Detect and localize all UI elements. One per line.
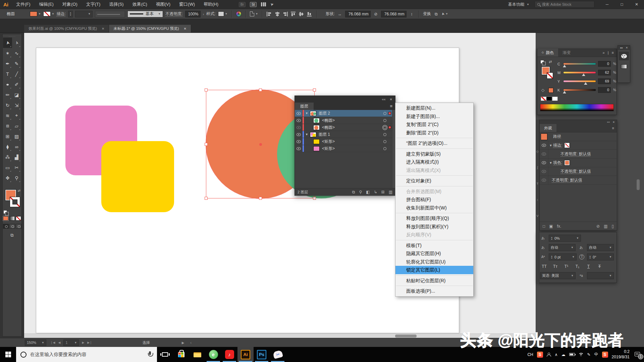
fill-swatch[interactable] xyxy=(564,160,570,166)
eye-icon[interactable] xyxy=(542,161,546,164)
opacity-value[interactable]: 100% xyxy=(185,11,201,17)
context-menu-item-22[interactable]: 隐藏其它图层(H) xyxy=(395,249,473,258)
context-menu-item-26[interactable]: 粘贴时记住图层(R) xyxy=(395,277,473,285)
context-menu-item-17[interactable]: 释放到图层(顺序)(Q) xyxy=(395,214,473,223)
expand-chevron-icon[interactable]: ▼ xyxy=(548,144,553,147)
tool-puppet-warp[interactable]: ⌖ xyxy=(12,110,21,121)
appearance-row-3[interactable]: ▼填色: xyxy=(540,159,617,167)
eye-icon[interactable] xyxy=(542,179,546,182)
scrollbar-thumb[interactable] xyxy=(395,335,417,338)
new-sublayer-icon[interactable]: ↳ xyxy=(374,190,377,194)
visibility-toggle[interactable] xyxy=(295,145,303,152)
close-icon[interactable]: ✕ xyxy=(612,121,615,124)
pen-icon[interactable]: ✎ xyxy=(587,352,591,357)
arrange-documents-icon[interactable] xyxy=(261,2,266,6)
appearance-row-1[interactable]: ▼描边: xyxy=(540,141,617,150)
context-menu-item-2[interactable]: 复制“图层 2”(C) xyxy=(395,120,473,129)
align-top-icon[interactable] xyxy=(290,11,296,17)
taskbar-app-task-view[interactable] xyxy=(157,347,173,362)
brush-definition-select[interactable]: 基本▼ xyxy=(127,11,163,17)
gradient-mode-button[interactable] xyxy=(9,216,15,221)
layer-name[interactable]: <矩形> xyxy=(322,139,335,144)
sogou-icon[interactable]: S xyxy=(602,352,608,358)
transform-label[interactable]: 变换 xyxy=(423,11,431,17)
delete-selection-icon[interactable]: ▥ xyxy=(389,190,392,194)
tool-curvature[interactable]: ✎ xyxy=(12,58,21,69)
taskbar-app-netease-music[interactable]: ♪ xyxy=(221,347,237,362)
menu-item-3[interactable]: 文字(T) xyxy=(82,0,105,9)
tool-hand[interactable]: ✥ xyxy=(3,173,12,183)
recolor-artwork-icon[interactable] xyxy=(236,11,241,17)
selection-proxy[interactable] xyxy=(388,112,391,115)
slider-thumb[interactable] xyxy=(563,91,566,94)
slider-track[interactable] xyxy=(564,63,596,65)
workspace-switcher[interactable]: 基本功能 ▼ xyxy=(508,2,529,7)
people-icon[interactable] xyxy=(547,353,551,357)
screen-mode-button[interactable]: ⧉ xyxy=(3,233,21,238)
char-rotation-select[interactable]: ▲▼0°▼ xyxy=(587,253,614,260)
tracking-select[interactable]: ▲▼0%▼ xyxy=(549,235,581,242)
close-button[interactable]: ✕ xyxy=(629,0,644,9)
slider-track[interactable] xyxy=(564,72,596,73)
menu-item-0[interactable]: 文件(F) xyxy=(12,0,35,9)
gradient-panel-dock-icon[interactable] xyxy=(619,62,629,71)
appearance-row-2[interactable]: 不透明度: 默认值 xyxy=(540,150,617,159)
all-caps-button[interactable]: TT xyxy=(540,264,548,269)
stroke-proxy-swatch[interactable] xyxy=(10,197,20,207)
make-mask-icon[interactable]: ◧ xyxy=(366,190,370,194)
ime-indicator[interactable]: 中 xyxy=(594,352,598,357)
appearance-label[interactable]: 描边: xyxy=(553,142,562,148)
menu-item-1[interactable]: 编辑(E) xyxy=(35,0,58,9)
close-icon[interactable]: ✕ xyxy=(390,98,392,101)
tool-magic-wand[interactable]: ✶ xyxy=(3,48,12,58)
menu-item-6[interactable]: 视图(V) xyxy=(152,0,175,9)
draw-normal-button[interactable] xyxy=(3,224,9,229)
status-mode-label[interactable]: 选择 xyxy=(143,340,150,345)
color-panel-dock-icon[interactable] xyxy=(619,52,629,60)
appearance-row-5[interactable]: 不透明度: 默认值 xyxy=(540,176,617,185)
panel-grip[interactable] xyxy=(9,34,15,37)
slider-y[interactable]: Y69% xyxy=(557,78,616,84)
target-circle[interactable] xyxy=(383,133,386,136)
slider-thumb[interactable] xyxy=(563,65,566,67)
target-circle[interactable] xyxy=(383,147,386,150)
slider-m[interactable]: M62% xyxy=(557,70,616,75)
black-swatch[interactable] xyxy=(546,97,552,101)
tool-type[interactable]: T xyxy=(3,69,12,79)
layer-name[interactable]: 图层 2 xyxy=(319,111,330,116)
tool-line-segment[interactable]: ╱ xyxy=(12,69,21,79)
bridge-icon[interactable]: Br xyxy=(239,2,246,7)
target-circle[interactable] xyxy=(383,126,386,129)
selection-handle[interactable] xyxy=(205,143,208,146)
taskbar-app-illustrator[interactable]: Ai xyxy=(237,347,254,362)
tool-eraser[interactable]: ◪ xyxy=(12,89,21,100)
eye-icon[interactable] xyxy=(542,144,546,147)
shape-width-field[interactable]: 76.068 mm xyxy=(345,11,371,17)
channel-value[interactable]: 0 xyxy=(598,87,611,93)
swap-colors-icon[interactable]: ⇄ xyxy=(549,60,552,64)
slider-c[interactable]: C0% xyxy=(557,61,616,67)
page-select[interactable]: 1▼ xyxy=(63,340,79,346)
appearance-row-4[interactable]: 不透明度: 默认值 xyxy=(540,167,617,176)
visibility-toggle[interactable] xyxy=(295,124,303,131)
context-menu-item-5[interactable]: “图层 2”的选项(O)... xyxy=(395,139,473,147)
layer-row-3[interactable]: ▼图层 1 xyxy=(295,131,395,138)
panel-collapse-icon[interactable]: » xyxy=(603,51,605,55)
appearance-label[interactable]: 路径 xyxy=(553,134,561,139)
panel-menu-icon[interactable]: ≡ xyxy=(612,126,614,130)
context-menu-item-14[interactable]: 拼合图稿(F) xyxy=(395,195,473,204)
slider-thumb[interactable] xyxy=(584,82,587,85)
collapse-icon[interactable]: «« xyxy=(382,98,385,101)
appearance-row-0[interactable]: 路径 xyxy=(540,132,617,141)
taskbar-search[interactable]: 在这里输入你要搜索的内容 xyxy=(16,347,157,362)
color-spectrum-bar[interactable] xyxy=(540,104,614,111)
stock-icon[interactable]: St xyxy=(250,2,256,7)
tool-rotate[interactable]: ↻ xyxy=(3,100,12,110)
language-select[interactable]: 英语: 美国▼ xyxy=(540,272,576,279)
tool-perspective-grid[interactable]: ▱ xyxy=(12,121,21,131)
tool-gradient[interactable]: ▨ xyxy=(12,131,21,141)
onedrive-cloud-icon[interactable]: ☁ xyxy=(561,352,566,357)
stroke-label[interactable]: 描边: xyxy=(57,11,66,17)
selection-handle[interactable] xyxy=(313,197,316,200)
appearance-label[interactable]: 不透明度: 默认值 xyxy=(560,151,591,157)
